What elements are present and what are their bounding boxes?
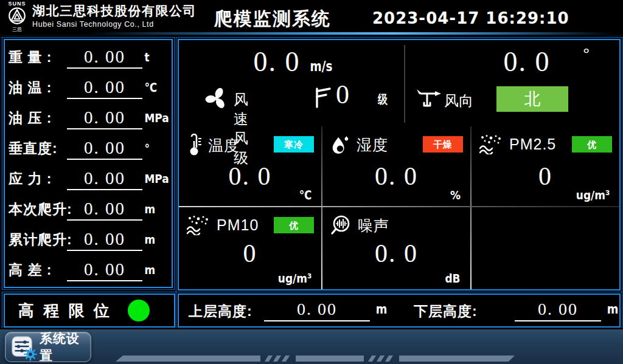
metric-value: 0. 00 xyxy=(67,137,142,160)
taskbar-stripe-slash xyxy=(273,355,281,362)
taskbar-stripe xyxy=(116,355,260,362)
elevation-limit-box: 高 程 限 位 xyxy=(4,294,175,328)
metric-label: 本次爬升: xyxy=(9,200,67,219)
metric-value: 0. 00 xyxy=(67,46,142,69)
sensor-header: 湿度 xyxy=(330,134,388,156)
gear-icon xyxy=(24,348,37,361)
settings-sliders-gear-icon xyxy=(11,335,34,359)
sensor-unit: % xyxy=(450,188,461,202)
metric-label: 高 差 : xyxy=(9,261,67,280)
metric-value: 0. 00 xyxy=(67,228,142,251)
metric-label: 垂直度: xyxy=(9,139,67,158)
wind-speed-readout: 0. 0 m/s xyxy=(197,46,392,78)
taskbar-stripe xyxy=(399,355,515,362)
sensor-label: 湿度 xyxy=(357,135,388,155)
sensor-header: 噪声 xyxy=(330,215,389,236)
system-settings-button[interactable]: 系统设置 xyxy=(5,332,91,362)
sensor-cell-temperature: 温度 寒冷 0. 0 ℃ xyxy=(179,126,321,206)
sensor-unit: dB xyxy=(445,271,461,286)
upper-height-label: 上层高度: xyxy=(189,302,252,321)
metrics-panel: 重 量 : 0. 00 t 油 温 : 0. 00 ℃ 油 压 : 0. 00 … xyxy=(4,39,173,288)
wind-direction-unit: ° xyxy=(583,45,590,64)
taskbar: 系统设置 xyxy=(0,328,623,364)
wind-direction-value: 0. 0 xyxy=(478,46,576,78)
metric-row-oil-pressure: 油 压 : 0. 00 MPa xyxy=(9,103,168,133)
metric-label: 油 温 : xyxy=(9,78,67,97)
metric-row-current-climb: 本次爬升: 0. 00 m xyxy=(9,194,168,224)
sensor-label: PM10 xyxy=(217,216,259,234)
sensor-value: 0 xyxy=(472,162,619,191)
header-separator xyxy=(85,32,614,35)
wind-level-value: 0 xyxy=(336,78,349,112)
metric-label: 累计爬升: xyxy=(9,230,67,249)
taskbar-stripe-slash xyxy=(265,355,273,362)
lower-height-label: 下层高度: xyxy=(414,302,478,321)
taskbar-stripe-slash xyxy=(368,355,376,362)
upper-height-unit: m xyxy=(376,302,388,317)
metric-unit: m xyxy=(142,202,164,216)
climbing-formwork-monitor-screen: SUNS 三思 湖北三思科技股份有限公司 Hubei Sansi Technol… xyxy=(0,0,623,364)
sensor-value: 0. 0 xyxy=(179,162,321,191)
taskbar-stripe-slash xyxy=(385,355,393,362)
sensor-cell-pm25: PM2.5 优 0 ug/m³ xyxy=(472,126,619,206)
sensor-value: 0. 0 xyxy=(322,162,470,191)
elevation-limit-indicator xyxy=(128,300,150,321)
lower-height-unit: m xyxy=(607,302,619,317)
taskbar-stripe-slash xyxy=(377,355,385,362)
wind-level-unit: 级 xyxy=(378,91,388,108)
sensor-header: 温度 xyxy=(186,134,240,157)
status-badge: 寒冷 xyxy=(274,136,314,153)
metric-unit: m xyxy=(142,232,164,247)
company-name-en: Hubei Sansi Technology Co., Ltd xyxy=(32,19,197,29)
page-title: 爬模监测系统 xyxy=(214,7,331,32)
company-logo: SUNS 三思 xyxy=(4,1,30,33)
droplet-icon xyxy=(330,134,350,156)
lower-height-value: 0. 00 xyxy=(515,298,601,321)
datetime-display: 2023-04-17 16:29:10 xyxy=(372,9,569,27)
metric-unit: m xyxy=(142,263,164,277)
logo-top-text: SUNS xyxy=(4,1,30,7)
metric-value: 0. 00 xyxy=(67,106,142,129)
sensor-cell-noise: 噪声 0. 0 dB xyxy=(322,207,470,289)
status-badge: 干燥 xyxy=(423,136,463,153)
metric-unit: ℃ xyxy=(142,80,164,95)
sensor-cell-pm10: PM10 优 0 ug/m³ xyxy=(179,207,321,289)
wind-direction-reading-button[interactable]: 北 xyxy=(496,86,568,112)
wind-vane-icon xyxy=(416,86,442,111)
metric-label: 重 量 : xyxy=(9,48,67,67)
company-name-cn: 湖北三思科技股份有限公司 xyxy=(32,3,197,18)
level-heights-box: 上层高度: 0. 00 m 下层高度: 0. 00 m xyxy=(178,294,621,328)
sensor-value: 0. 0 xyxy=(322,239,470,268)
company-name: 湖北三思科技股份有限公司 Hubei Sansi Technology Co.,… xyxy=(32,3,197,29)
wind-direction-section: 0. 0 ° 风向 北 xyxy=(405,40,619,126)
sensor-header: PM10 xyxy=(186,215,259,235)
metric-row-total-climb: 累计爬升: 0. 00 m xyxy=(9,224,168,255)
metric-row-height-diff: 高 差 : 0. 00 m xyxy=(9,255,168,285)
sensor-cell-humidity: 湿度 干燥 0. 0 % xyxy=(322,126,470,206)
status-badge: 优 xyxy=(274,217,314,233)
sensor-unit: ug/m³ xyxy=(576,188,610,202)
logo-bottom-text: 三思 xyxy=(4,27,30,32)
metric-unit: MPa xyxy=(142,111,164,125)
sensor-value: 0 xyxy=(179,239,321,268)
dust-icon xyxy=(479,134,503,154)
upper-height-value: 0. 00 xyxy=(264,298,370,321)
sensor-label: 温度 xyxy=(208,136,240,156)
sensor-cell-empty xyxy=(472,207,619,289)
metric-value: 0. 00 xyxy=(67,258,142,281)
metric-row-oil-temp: 油 温 : 0. 00 ℃ xyxy=(9,72,168,103)
metric-unit: ° xyxy=(142,141,164,156)
metric-value: 0. 00 xyxy=(67,76,142,99)
taskbar-stripe-slash xyxy=(282,355,290,362)
fan-icon xyxy=(204,86,229,111)
metric-row-stress: 应 力 : 0. 00 MPa xyxy=(9,163,168,194)
metric-unit: t xyxy=(142,50,164,64)
sensor-label: 噪声 xyxy=(358,216,389,236)
dust-icon xyxy=(186,215,211,235)
sensor-header: PM2.5 xyxy=(479,134,556,154)
environment-panel: 0. 0 m/s 风速风级 0 级 xyxy=(178,39,621,290)
wind-speed-value: 0. 0 xyxy=(253,46,300,78)
metric-label: 应 力 : xyxy=(9,170,67,188)
header: SUNS 三思 湖北三思科技股份有限公司 Hubei Sansi Technol… xyxy=(0,0,623,35)
metric-unit: MPa xyxy=(142,171,164,186)
